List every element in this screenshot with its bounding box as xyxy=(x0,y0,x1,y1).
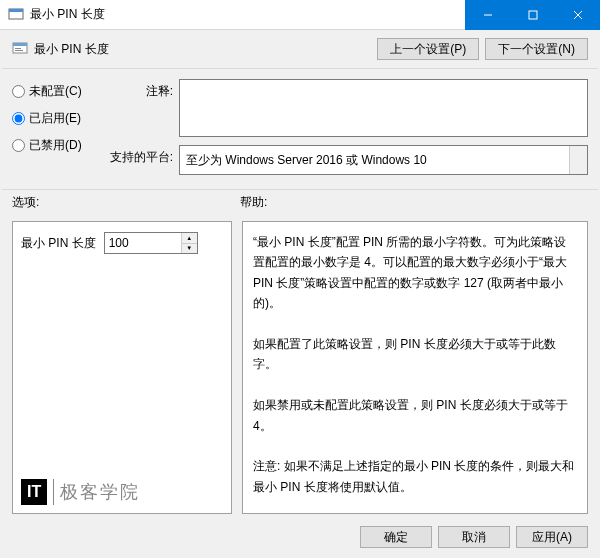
watermark: IT 极客学院 xyxy=(21,479,140,505)
svg-rect-8 xyxy=(15,48,21,49)
ok-button[interactable]: 确定 xyxy=(360,526,432,548)
app-icon xyxy=(8,7,24,23)
svg-rect-1 xyxy=(9,9,23,12)
svg-rect-3 xyxy=(529,11,537,19)
help-text: “最小 PIN 长度”配置 PIN 所需的最小字符数。可为此策略设置配置的最小数… xyxy=(253,235,574,494)
supported-platform-box: 至少为 Windows Server 2016 或 Windows 10 xyxy=(179,145,588,175)
min-pin-length-label: 最小 PIN 长度 xyxy=(21,235,96,252)
options-panel: 最小 PIN 长度 ▲ ▼ IT 极客学院 xyxy=(12,221,232,514)
svg-rect-7 xyxy=(13,43,27,46)
platform-label: 支持的平台: xyxy=(109,145,173,166)
policy-icon xyxy=(12,41,28,57)
comment-label: 注释: xyxy=(109,79,173,100)
svg-rect-9 xyxy=(15,50,23,51)
min-pin-length-spinner[interactable]: ▲ ▼ xyxy=(104,232,198,254)
supported-platform-value: 至少为 Windows Server 2016 或 Windows 10 xyxy=(186,152,427,169)
min-pin-length-input[interactable] xyxy=(105,233,181,253)
watermark-logo: IT xyxy=(21,479,47,505)
maximize-button[interactable] xyxy=(510,0,555,30)
comment-textarea[interactable] xyxy=(179,79,588,137)
window-title: 最小 PIN 长度 xyxy=(30,6,465,23)
spinner-up-button[interactable]: ▲ xyxy=(182,233,197,244)
cancel-button[interactable]: 取消 xyxy=(438,526,510,548)
minimize-button[interactable] xyxy=(465,0,510,30)
watermark-text: 极客学院 xyxy=(60,480,140,504)
prev-setting-button[interactable]: 上一个设置(P) xyxy=(377,38,479,60)
radio-disabled-label[interactable]: 已禁用(D) xyxy=(29,137,82,154)
policy-title: 最小 PIN 长度 xyxy=(34,41,377,58)
help-section-label: 帮助: xyxy=(240,194,267,211)
apply-button[interactable]: 应用(A) xyxy=(516,526,588,548)
state-radio-group: 未配置(C) 已启用(E) 已禁用(D) xyxy=(12,79,97,175)
options-section-label: 选项: xyxy=(12,194,240,211)
help-panel[interactable]: “最小 PIN 长度”配置 PIN 所需的最小字符数。可为此策略设置配置的最小数… xyxy=(242,221,588,514)
close-button[interactable] xyxy=(555,0,600,30)
radio-not-configured-label[interactable]: 未配置(C) xyxy=(29,83,82,100)
header-row: 最小 PIN 长度 上一个设置(P) 下一个设置(N) xyxy=(0,30,600,68)
spinner-down-button[interactable]: ▼ xyxy=(182,244,197,254)
next-setting-button[interactable]: 下一个设置(N) xyxy=(485,38,588,60)
window-controls xyxy=(465,0,600,29)
radio-disabled[interactable] xyxy=(12,139,25,152)
radio-not-configured[interactable] xyxy=(12,85,25,98)
titlebar: 最小 PIN 长度 xyxy=(0,0,600,30)
radio-enabled-label[interactable]: 已启用(E) xyxy=(29,110,81,127)
dialog-footer: 确定 取消 应用(A) xyxy=(0,518,600,558)
radio-enabled[interactable] xyxy=(12,112,25,125)
